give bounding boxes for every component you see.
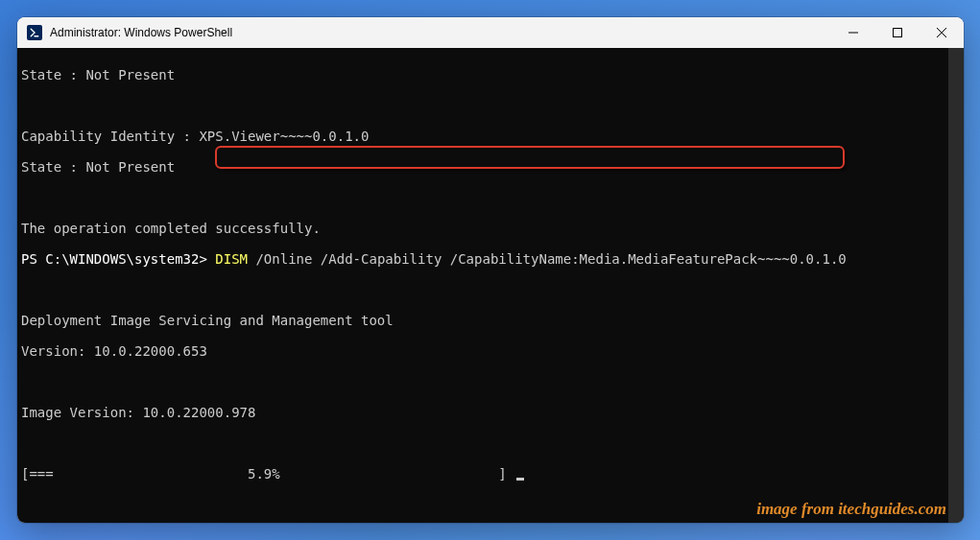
powershell-icon	[27, 25, 42, 40]
close-button[interactable]	[920, 17, 964, 48]
output-line: The operation completed successfully.	[21, 221, 964, 236]
svg-rect-1	[894, 29, 902, 37]
output-line	[21, 374, 964, 389]
scrollbar-vertical[interactable]	[948, 48, 964, 523]
window-controls	[831, 17, 964, 48]
output-line: Image Version: 10.0.22000.978	[21, 405, 964, 420]
output-line: State : Not Present	[21, 67, 964, 82]
powershell-window: Administrator: Windows PowerShell State …	[17, 17, 964, 523]
output-line: State : Not Present	[21, 159, 964, 175]
output-line: Deployment Image Servicing and Managemen…	[21, 313, 964, 328]
output-line	[21, 435, 964, 451]
command-line: PS C:\WINDOWS\system32> DISM /Online /Ad…	[21, 251, 964, 267]
progress-line: [=== 5.9% ]	[21, 466, 964, 481]
output-line	[21, 98, 964, 113]
titlebar[interactable]: Administrator: Windows PowerShell	[17, 17, 964, 48]
maximize-button[interactable]	[875, 17, 920, 48]
minimize-button[interactable]	[831, 17, 875, 48]
output-line	[21, 282, 964, 297]
output-line	[21, 190, 964, 205]
output-line: Capability Identity : XPS.Viewer~~~~0.0.…	[21, 129, 964, 144]
cursor	[516, 478, 524, 481]
output-line: Version: 10.0.22000.653	[21, 343, 964, 359]
prompt: PS C:\WINDOWS\system32>	[21, 251, 215, 267]
terminal-output[interactable]: State : Not Present Capability Identity …	[17, 48, 964, 523]
watermark-text: image from itechguides.com	[756, 502, 946, 517]
command-head: DISM	[215, 251, 248, 267]
command-args: /Online /Add-Capability /CapabilityName:…	[248, 251, 847, 267]
window-title: Administrator: Windows PowerShell	[50, 26, 831, 39]
progress-text: [=== 5.9% ]	[21, 466, 514, 481]
